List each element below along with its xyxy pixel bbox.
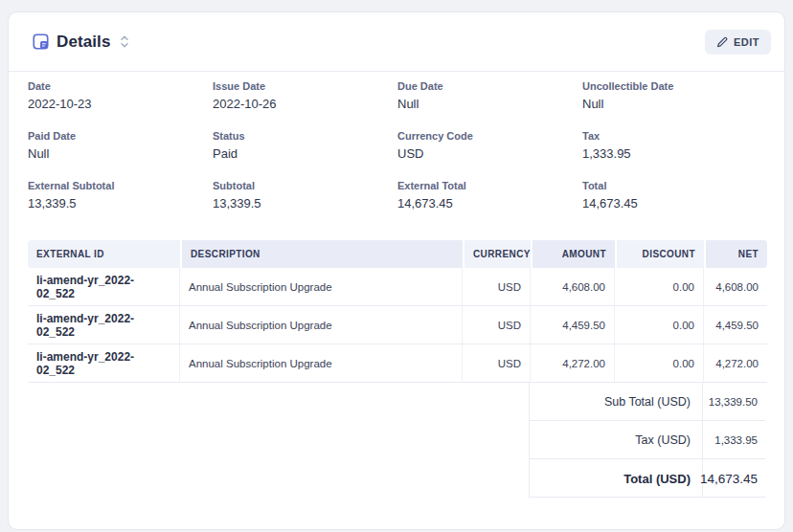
table-row: li-amend-yr_2022-02_522 Annual Subscript… bbox=[28, 268, 767, 306]
summary-row-total: Total (USD) 14,673.45 bbox=[530, 459, 765, 498]
summary-label: Sub Total (USD) bbox=[530, 395, 702, 409]
cell-net: 4,459.50 bbox=[704, 306, 767, 344]
field-label: Issue Date bbox=[213, 80, 397, 93]
field-label: Status bbox=[213, 130, 397, 143]
cell-external-id: li-amend-yr_2022-02_522 bbox=[28, 306, 180, 344]
field-status: Status Paid bbox=[213, 130, 397, 161]
field-label: Subtotal bbox=[213, 180, 397, 192]
field-tax: Tax 1,333.95 bbox=[582, 130, 767, 161]
summary-value: 14,673.45 bbox=[702, 459, 766, 498]
cell-currency: USD bbox=[463, 268, 531, 306]
field-value: Null bbox=[397, 97, 582, 111]
edit-button-label: EDIT bbox=[734, 36, 759, 48]
field-value: Null bbox=[582, 97, 767, 111]
cell-amount: 4,459.50 bbox=[531, 306, 615, 344]
pencil-icon bbox=[716, 36, 728, 48]
cell-amount: 4,608.00 bbox=[531, 268, 615, 306]
edit-button[interactable]: EDIT bbox=[705, 30, 771, 55]
field-subtotal: Subtotal 13,339.5 bbox=[213, 180, 397, 211]
field-due-date: Due Date Null bbox=[397, 80, 582, 111]
cell-description: Annual Subscription Upgrade bbox=[180, 306, 463, 344]
field-label: External Subtotal bbox=[28, 180, 213, 192]
field-value: 1,333.95 bbox=[582, 146, 767, 161]
cell-currency: USD bbox=[463, 344, 531, 383]
details-card: Details EDIT Date 2022-10-23 bbox=[8, 11, 785, 530]
field-external-total: External Total 14,673.45 bbox=[397, 180, 582, 211]
field-date: Date 2022-10-23 bbox=[28, 80, 213, 111]
field-value: Paid bbox=[213, 146, 397, 161]
field-label: Due Date bbox=[397, 80, 582, 93]
table-row: li-amend-yr_2022-02_522 Annual Subscript… bbox=[28, 344, 767, 383]
cell-net: 4,272.00 bbox=[704, 344, 767, 383]
collapse-toggle-button[interactable] bbox=[118, 33, 131, 51]
field-label: Date bbox=[28, 80, 213, 93]
field-currency-code: Currency Code USD bbox=[397, 130, 582, 161]
field-external-subtotal: External Subtotal 13,339.5 bbox=[28, 180, 213, 211]
column-header-external-id: EXTERNAL ID bbox=[28, 240, 180, 268]
cell-description: Annual Subscription Upgrade bbox=[180, 268, 463, 306]
field-total: Total 14,673.45 bbox=[582, 180, 767, 211]
column-header-description: DESCRIPTION bbox=[180, 240, 463, 268]
field-value: 2022-10-23 bbox=[28, 97, 213, 111]
detail-fields-grid: Date 2022-10-23 Issue Date 2022-10-26 Du… bbox=[28, 80, 767, 211]
column-header-currency: CURRENCY bbox=[463, 240, 531, 268]
summary-label: Total (USD) bbox=[530, 472, 702, 486]
field-value: 14,673.45 bbox=[397, 196, 582, 211]
field-issue-date: Issue Date 2022-10-26 bbox=[213, 80, 397, 111]
summary-value: 13,339.50 bbox=[702, 383, 766, 421]
field-value: 2022-10-26 bbox=[213, 97, 397, 111]
field-label: Uncollectible Date bbox=[582, 80, 767, 93]
sort-chevrons-icon bbox=[120, 34, 129, 49]
cell-discount: 0.00 bbox=[615, 306, 704, 344]
column-header-discount: DISCOUNT bbox=[615, 240, 704, 268]
cell-discount: 0.00 bbox=[615, 268, 704, 306]
summary-label: Tax (USD) bbox=[530, 433, 702, 447]
totals-summary: Sub Total (USD) 13,339.50 Tax (USD) 1,33… bbox=[529, 383, 765, 498]
field-value: USD bbox=[397, 146, 582, 161]
field-value: Null bbox=[28, 146, 213, 161]
column-header-net: NET bbox=[704, 240, 767, 268]
cell-external-id: li-amend-yr_2022-02_522 bbox=[28, 268, 180, 306]
line-items-table: EXTERNAL ID DESCRIPTION CURRENCY AMOUNT … bbox=[28, 240, 767, 383]
field-label: Paid Date bbox=[28, 130, 213, 143]
card-header: Details EDIT bbox=[9, 12, 784, 72]
field-label: Total bbox=[582, 180, 767, 192]
cell-description: Annual Subscription Upgrade bbox=[180, 344, 463, 383]
field-paid-date: Paid Date Null bbox=[28, 130, 213, 161]
cell-currency: USD bbox=[463, 306, 531, 344]
field-value: 14,673.45 bbox=[582, 196, 767, 211]
field-label: Tax bbox=[582, 130, 767, 143]
cell-amount: 4,272.00 bbox=[531, 344, 615, 383]
note-icon bbox=[33, 33, 49, 50]
field-label: External Total bbox=[397, 180, 582, 192]
field-value: 13,339.5 bbox=[28, 196, 213, 211]
summary-row-subtotal: Sub Total (USD) 13,339.50 bbox=[530, 383, 765, 421]
column-header-amount: AMOUNT bbox=[531, 240, 615, 268]
field-uncollectible-date: Uncollectible Date Null bbox=[582, 80, 767, 111]
field-label: Currency Code bbox=[397, 130, 582, 143]
summary-row-tax: Tax (USD) 1,333.95 bbox=[530, 421, 765, 459]
cell-net: 4,608.00 bbox=[704, 268, 767, 306]
page-title: Details bbox=[57, 33, 110, 52]
cell-discount: 0.00 bbox=[615, 344, 704, 383]
table-header-row: EXTERNAL ID DESCRIPTION CURRENCY AMOUNT … bbox=[28, 240, 767, 268]
cell-external-id: li-amend-yr_2022-02_522 bbox=[28, 344, 180, 383]
table-row: li-amend-yr_2022-02_522 Annual Subscript… bbox=[28, 306, 767, 344]
field-value: 13,339.5 bbox=[213, 196, 397, 211]
title-wrap: Details bbox=[33, 33, 131, 52]
summary-value: 1,333.95 bbox=[702, 421, 766, 459]
